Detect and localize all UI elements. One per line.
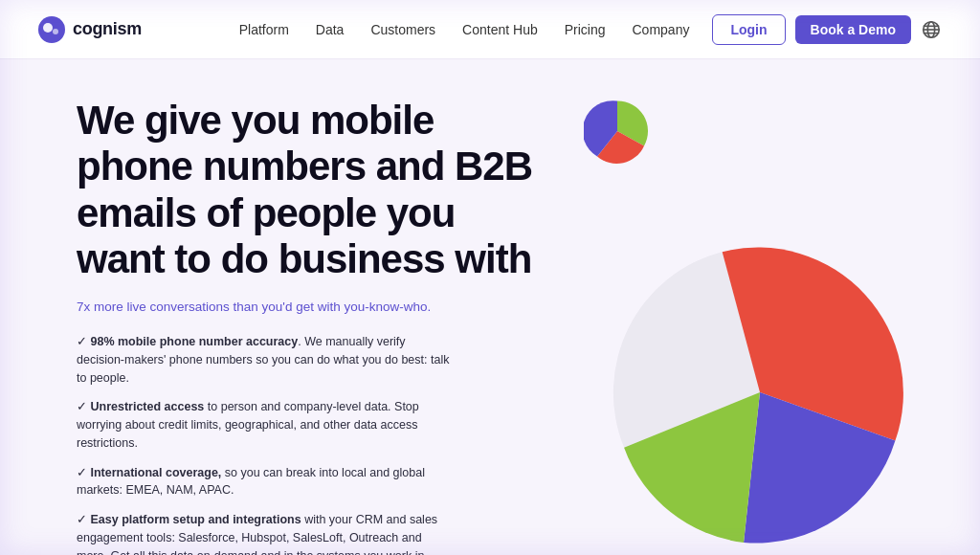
nav-platform[interactable]: Platform <box>239 22 289 37</box>
navbar: cognism Platform Data Customers Content … <box>0 0 980 59</box>
feature-2-bold: Unrestricted access <box>90 400 204 413</box>
hero-right <box>536 88 932 555</box>
nav-pricing[interactable]: Pricing <box>565 22 606 37</box>
feature-3-bold: International coverage, <box>90 466 221 479</box>
hero-title: We give you mobile phone numbers and B2B… <box>77 98 536 282</box>
nav-customers[interactable]: Customers <box>370 22 435 37</box>
globe-icon[interactable] <box>921 19 942 40</box>
pie-chart-big <box>578 211 942 555</box>
page-wrapper: cognism Platform Data Customers Content … <box>0 0 980 555</box>
logo-text: cognism <box>73 19 142 39</box>
hero-left: We give you mobile phone numbers and B2B… <box>77 88 536 555</box>
book-demo-nav-button[interactable]: Book a Demo <box>795 15 911 44</box>
pie-chart-small <box>584 98 651 165</box>
feature-1-bold: 98% mobile phone number accuracy <box>90 335 298 348</box>
feature-4: ✓ Easy platform setup and integrations w… <box>77 511 450 555</box>
hero-tagline: 7x more live conversations than you'd ge… <box>77 300 536 314</box>
login-button[interactable]: Login <box>712 14 785 45</box>
nav-company[interactable]: Company <box>633 22 690 37</box>
feature-3: ✓ International coverage, so you can bre… <box>77 464 450 500</box>
feature-2-icon: ✓ <box>77 400 90 413</box>
logo[interactable]: cognism <box>38 16 142 43</box>
feature-4-bold: Easy platform setup and integrations <box>90 513 301 526</box>
feature-4-icon: ✓ <box>77 513 90 526</box>
nav-content-hub[interactable]: Content Hub <box>462 22 538 37</box>
feature-1: ✓ 98% mobile phone number accuracy. We m… <box>77 333 450 387</box>
svg-point-1 <box>43 23 53 33</box>
nav-actions: Login Book a Demo <box>712 14 942 45</box>
feature-1-icon: ✓ <box>77 335 90 348</box>
hero-features: ✓ 98% mobile phone number accuracy. We m… <box>77 333 536 555</box>
hero-section: We give you mobile phone numbers and B2B… <box>0 59 980 555</box>
nav-data[interactable]: Data <box>316 22 345 37</box>
feature-2: ✓ Unrestricted access to person and comp… <box>77 398 450 452</box>
svg-point-2 <box>53 29 58 34</box>
feature-3-icon: ✓ <box>77 466 90 479</box>
nav-links: Platform Data Customers Content Hub Pric… <box>239 22 690 37</box>
logo-icon <box>38 16 65 43</box>
